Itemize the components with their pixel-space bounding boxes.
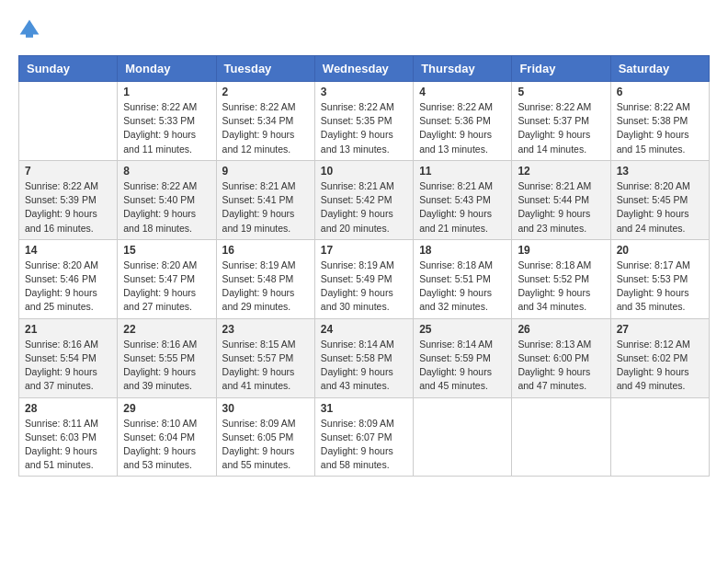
day-number: 17	[321, 244, 407, 257]
sunrise: Sunrise: 8:19 AM	[222, 259, 296, 270]
day-number: 19	[518, 244, 604, 257]
day-number: 24	[321, 323, 407, 336]
daylight: Daylight: 9 hours and 49 minutes.	[617, 366, 689, 391]
sunrise: Sunrise: 8:22 AM	[419, 101, 493, 112]
cell-content: Sunrise: 8:20 AM Sunset: 5:47 PM Dayligh…	[123, 259, 210, 315]
weekday-header-tuesday: Tuesday	[216, 56, 314, 82]
calendar-cell: 8 Sunrise: 8:22 AM Sunset: 5:40 PM Dayli…	[118, 160, 216, 239]
cell-content: Sunrise: 8:21 AM Sunset: 5:44 PM Dayligh…	[518, 179, 604, 236]
sunset: Sunset: 5:42 PM	[321, 194, 392, 205]
calendar-cell: 3 Sunrise: 8:22 AM Sunset: 5:35 PM Dayli…	[314, 82, 413, 161]
sunrise: Sunrise: 8:13 AM	[518, 339, 591, 350]
daylight: Daylight: 9 hours and 11 minutes.	[123, 129, 196, 154]
week-row-1: 1 Sunrise: 8:22 AM Sunset: 5:33 PM Dayli…	[19, 82, 710, 161]
calendar-cell	[19, 82, 118, 161]
calendar-cell: 13 Sunrise: 8:20 AM Sunset: 5:45 PM Dayl…	[610, 160, 709, 239]
sunrise: Sunrise: 8:18 AM	[518, 259, 591, 270]
daylight: Daylight: 9 hours and 13 minutes.	[321, 129, 393, 154]
cell-content: Sunrise: 8:22 AM Sunset: 5:40 PM Dayligh…	[123, 179, 210, 236]
day-number: 22	[123, 323, 210, 336]
sunset: Sunset: 5:38 PM	[617, 115, 688, 126]
sunset: Sunset: 5:33 PM	[123, 115, 195, 126]
calendar-cell: 1 Sunrise: 8:22 AM Sunset: 5:33 PM Dayli…	[118, 82, 216, 161]
sunrise: Sunrise: 8:14 AM	[321, 339, 394, 350]
calendar-cell: 10 Sunrise: 8:21 AM Sunset: 5:42 PM Dayl…	[314, 160, 413, 239]
cell-content: Sunrise: 8:09 AM Sunset: 6:07 PM Dayligh…	[321, 417, 407, 473]
header	[18, 18, 710, 40]
sunrise: Sunrise: 8:22 AM	[25, 180, 98, 191]
calendar-cell: 22 Sunrise: 8:16 AM Sunset: 5:55 PM Dayl…	[118, 318, 216, 397]
calendar-cell	[414, 397, 512, 477]
calendar-cell: 18 Sunrise: 8:18 AM Sunset: 5:51 PM Dayl…	[414, 239, 512, 318]
cell-content: Sunrise: 8:20 AM Sunset: 5:45 PM Dayligh…	[617, 179, 703, 236]
cell-content: Sunrise: 8:14 AM Sunset: 5:59 PM Dayligh…	[419, 338, 506, 394]
sunrise: Sunrise: 8:20 AM	[123, 259, 197, 270]
daylight: Daylight: 9 hours and 15 minutes.	[617, 129, 689, 154]
calendar-cell: 17 Sunrise: 8:19 AM Sunset: 5:49 PM Dayl…	[314, 239, 413, 318]
daylight: Daylight: 9 hours and 12 minutes.	[222, 129, 295, 154]
sunset: Sunset: 5:47 PM	[123, 273, 195, 284]
day-number: 31	[321, 402, 407, 415]
day-number: 18	[419, 244, 506, 257]
calendar-cell: 23 Sunrise: 8:15 AM Sunset: 5:57 PM Dayl…	[216, 318, 314, 397]
calendar-cell: 12 Sunrise: 8:21 AM Sunset: 5:44 PM Dayl…	[512, 160, 610, 239]
sunset: Sunset: 5:40 PM	[123, 194, 195, 205]
calendar-cell	[610, 397, 709, 477]
day-number: 2	[222, 86, 309, 98]
sunset: Sunset: 5:48 PM	[222, 273, 294, 284]
logo-icon	[18, 18, 40, 40]
weekday-header-wednesday: Wednesday	[314, 56, 413, 82]
daylight: Daylight: 9 hours and 32 minutes.	[419, 287, 492, 312]
sunrise: Sunrise: 8:16 AM	[25, 339, 98, 350]
cell-content: Sunrise: 8:11 AM Sunset: 6:03 PM Dayligh…	[25, 417, 111, 473]
cell-content: Sunrise: 8:22 AM Sunset: 5:38 PM Dayligh…	[617, 100, 703, 156]
sunrise: Sunrise: 8:12 AM	[617, 339, 690, 350]
sunrise: Sunrise: 8:22 AM	[123, 180, 197, 191]
day-number: 26	[518, 323, 604, 336]
sunrise: Sunrise: 8:20 AM	[25, 259, 98, 270]
sunrise: Sunrise: 8:15 AM	[222, 339, 296, 350]
cell-content: Sunrise: 8:22 AM Sunset: 5:37 PM Dayligh…	[518, 100, 604, 156]
sunset: Sunset: 5:55 PM	[123, 352, 195, 363]
sunrise: Sunrise: 8:16 AM	[123, 339, 197, 350]
daylight: Daylight: 9 hours and 30 minutes.	[321, 287, 393, 312]
svg-rect-1	[26, 31, 33, 37]
calendar-cell: 7 Sunrise: 8:22 AM Sunset: 5:39 PM Dayli…	[19, 160, 118, 239]
cell-content: Sunrise: 8:22 AM Sunset: 5:34 PM Dayligh…	[222, 100, 309, 156]
calendar-cell: 20 Sunrise: 8:17 AM Sunset: 5:53 PM Dayl…	[610, 239, 709, 318]
sunrise: Sunrise: 8:22 AM	[518, 101, 591, 112]
sunset: Sunset: 5:58 PM	[321, 352, 392, 363]
daylight: Daylight: 9 hours and 25 minutes.	[25, 287, 97, 312]
day-number: 3	[321, 86, 407, 98]
sunrise: Sunrise: 8:17 AM	[617, 259, 690, 270]
week-row-2: 7 Sunrise: 8:22 AM Sunset: 5:39 PM Dayli…	[19, 160, 710, 239]
cell-content: Sunrise: 8:19 AM Sunset: 5:49 PM Dayligh…	[321, 259, 407, 315]
daylight: Daylight: 9 hours and 35 minutes.	[617, 287, 689, 312]
sunset: Sunset: 5:37 PM	[518, 115, 589, 126]
calendar-cell: 6 Sunrise: 8:22 AM Sunset: 5:38 PM Dayli…	[610, 82, 709, 161]
daylight: Daylight: 9 hours and 39 minutes.	[123, 366, 196, 391]
calendar-cell: 19 Sunrise: 8:18 AM Sunset: 5:52 PM Dayl…	[512, 239, 610, 318]
day-number: 6	[617, 86, 703, 98]
sunset: Sunset: 6:00 PM	[518, 352, 589, 363]
day-number: 4	[419, 86, 506, 98]
daylight: Daylight: 9 hours and 41 minutes.	[222, 366, 295, 391]
cell-content: Sunrise: 8:22 AM Sunset: 5:36 PM Dayligh…	[419, 100, 506, 156]
calendar-cell: 21 Sunrise: 8:16 AM Sunset: 5:54 PM Dayl…	[19, 318, 118, 397]
calendar-cell: 5 Sunrise: 8:22 AM Sunset: 5:37 PM Dayli…	[512, 82, 610, 161]
sunrise: Sunrise: 8:21 AM	[419, 180, 493, 191]
cell-content: Sunrise: 8:15 AM Sunset: 5:57 PM Dayligh…	[222, 338, 309, 394]
sunrise: Sunrise: 8:10 AM	[123, 418, 197, 429]
daylight: Daylight: 9 hours and 37 minutes.	[25, 366, 97, 391]
daylight: Daylight: 9 hours and 14 minutes.	[518, 129, 590, 154]
sunset: Sunset: 6:07 PM	[321, 431, 392, 442]
weekday-header-monday: Monday	[118, 56, 216, 82]
day-number: 12	[518, 165, 604, 178]
daylight: Daylight: 9 hours and 53 minutes.	[123, 445, 196, 470]
sunrise: Sunrise: 8:21 AM	[518, 180, 591, 191]
cell-content: Sunrise: 8:16 AM Sunset: 5:54 PM Dayligh…	[25, 338, 111, 394]
daylight: Daylight: 9 hours and 13 minutes.	[419, 129, 492, 154]
sunset: Sunset: 6:05 PM	[222, 431, 294, 442]
day-number: 23	[222, 323, 309, 336]
day-number: 27	[617, 323, 703, 336]
